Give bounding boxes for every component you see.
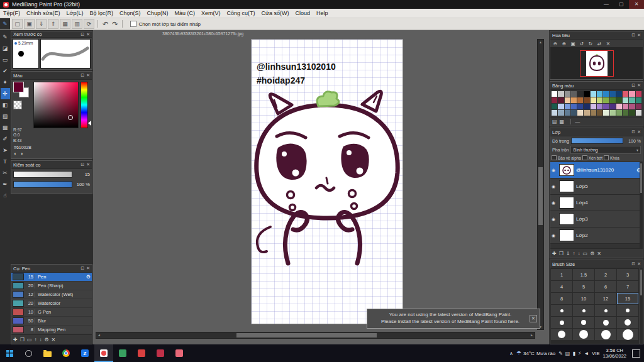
new-canvas-icon[interactable]: ▢ <box>12 19 23 29</box>
rotate-ccw-button[interactable]: ↺ <box>578 41 586 47</box>
palette-swatch[interactable] <box>616 104 622 109</box>
brush-size-cell[interactable] <box>573 317 594 328</box>
close-panel-icon[interactable]: ✕ <box>637 83 641 88</box>
horizontal-scroll-thumb[interactable] <box>236 333 377 337</box>
move-tool[interactable]: ✛ <box>1 88 10 99</box>
brush-size-cell[interactable]: 7 <box>617 281 638 292</box>
brush-item[interactable]: 12 Watercolor (Wet) <box>11 290 92 299</box>
menu-help[interactable]: Help <box>313 9 331 18</box>
operation-tool[interactable]: ➤ <box>1 145 10 156</box>
duplicate-layer-button[interactable]: ❐ <box>559 251 564 256</box>
foreground-color-swatch[interactable] <box>13 82 24 92</box>
menu-window[interactable]: Cửa sổ(W) <box>258 9 292 18</box>
gradient-tool[interactable]: ▨ <box>1 111 10 122</box>
start-button[interactable] <box>0 344 19 362</box>
palette-swatch[interactable] <box>558 91 564 97</box>
palette-swatch[interactable] <box>591 110 596 116</box>
vertical-scroll-thumb[interactable] <box>538 167 543 225</box>
palette-swatch[interactable] <box>552 97 557 103</box>
bucket-tool[interactable]: ◧ <box>1 99 10 111</box>
layer-row[interactable]: ◉ @linhsun131020 ⚙ <box>550 162 643 178</box>
palette-line-style[interactable]: — <box>570 119 580 124</box>
float-panel-icon[interactable]: ⊡ <box>631 129 635 134</box>
float-panel-icon[interactable]: ⊡ <box>80 32 84 37</box>
float-panel-icon[interactable]: ⊡ <box>631 261 635 266</box>
brush-size-cell[interactable] <box>551 317 572 328</box>
usb-device-icon[interactable]: ⚡ <box>578 351 582 356</box>
navigator-view-rectangle[interactable] <box>580 50 614 77</box>
pen-pressure-icon[interactable]: ✎ <box>558 351 563 356</box>
clipping-checkbox[interactable] <box>582 155 587 160</box>
duplicate-brush-button[interactable]: ❐ <box>20 337 25 343</box>
menu-edit[interactable]: Chỉnh sửa(E) <box>23 9 64 18</box>
close-panel-icon[interactable]: ✕ <box>86 266 90 271</box>
hue-slider-marker[interactable] <box>88 121 91 126</box>
zoom-in-button[interactable]: ⊕ <box>560 41 568 47</box>
palette-swatch[interactable] <box>636 104 641 109</box>
menu-tools[interactable]: Công cụ(T) <box>224 9 258 18</box>
palette-swatch[interactable] <box>636 91 641 97</box>
float-panel-icon[interactable]: ⊡ <box>80 73 84 78</box>
brush-size-scroll-thumb[interactable] <box>640 270 642 295</box>
palette-swatch[interactable] <box>629 97 635 103</box>
menu-capture[interactable]: Chụp(N) <box>144 9 172 18</box>
brush-size-cell[interactable] <box>573 329 594 340</box>
layer-opacity-slider[interactable] <box>571 138 623 144</box>
move-brush-down-button[interactable]: ↓ <box>39 337 42 343</box>
palette-swatch[interactable] <box>597 97 602 103</box>
app-button-4[interactable] <box>170 344 189 362</box>
palette-swatch[interactable] <box>552 110 557 116</box>
eraser-tool[interactable]: ◪ <box>1 43 10 54</box>
palette-swatch[interactable] <box>597 91 602 97</box>
layer-visibility-icon[interactable]: ◉ <box>552 168 559 173</box>
save-icon[interactable]: ⇓ <box>36 19 47 29</box>
palette-swatch[interactable] <box>584 91 589 97</box>
menu-layer[interactable]: Lớp(L) <box>64 9 87 18</box>
text-tool[interactable]: T <box>1 156 10 167</box>
menu-cloud[interactable]: Cloud <box>292 9 314 18</box>
palette-swatch[interactable] <box>610 97 616 103</box>
redo-button[interactable]: ↷ <box>110 20 119 28</box>
brush-size-slider[interactable] <box>13 171 72 178</box>
close-panel-icon[interactable]: ✕ <box>637 261 641 266</box>
palette-swatch[interactable] <box>623 110 628 116</box>
add-palette-color-button[interactable]: ▤ <box>552 119 557 124</box>
brush-size-cell[interactable]: 15 <box>617 293 638 304</box>
palette-swatch[interactable] <box>577 91 583 97</box>
medibang-button[interactable] <box>94 344 113 362</box>
brush-size-cell[interactable]: 10 <box>573 293 594 304</box>
palette-swatch[interactable] <box>616 97 622 103</box>
palette-swatch[interactable] <box>616 110 622 116</box>
menu-filter[interactable]: Bộ lọc(R) <box>86 9 116 18</box>
brush-size-cell[interactable]: 2 <box>595 269 616 280</box>
move-brush-up-button[interactable]: ↑ <box>34 337 36 343</box>
color-wheel-mode-icon[interactable]: ◐ <box>14 151 17 156</box>
palette-swatch[interactable] <box>571 104 577 109</box>
hand-tool[interactable]: ☝ <box>1 190 10 201</box>
weather-widget[interactable]: ☂ 34°C Mưa rào <box>516 350 555 356</box>
select-pen-tool[interactable]: ✔ <box>1 65 10 77</box>
brush-size-cell[interactable] <box>617 329 638 340</box>
action-center-icon[interactable] <box>632 349 640 358</box>
merge-layer-button[interactable]: ⇓ <box>566 251 570 256</box>
add-brush-button[interactable]: ✚ <box>13 337 18 343</box>
brush-size-cell[interactable] <box>551 329 572 340</box>
palette-swatch[interactable] <box>629 110 635 116</box>
delete-layer-button[interactable]: ✕ <box>597 251 601 256</box>
palette-swatch[interactable] <box>591 97 596 103</box>
minimize-button[interactable]: — <box>599 0 614 9</box>
brush-size-cell[interactable] <box>551 305 572 316</box>
vertical-scrollbar[interactable]: ▲ ▼ <box>537 39 544 330</box>
move-layer-down-button[interactable]: ↓ <box>578 251 580 256</box>
palette-swatch[interactable] <box>577 110 583 116</box>
hidden-icons-button[interactable]: ∧ <box>509 351 513 356</box>
transparent-color-swatch[interactable] <box>13 101 22 109</box>
close-panel-icon[interactable]: ✕ <box>86 73 90 78</box>
menu-select[interactable]: Chọn(S) <box>116 9 144 18</box>
volume-icon[interactable]: ◄ <box>584 351 589 356</box>
brush-size-cell[interactable]: 3 <box>617 269 638 280</box>
brush-size-cell[interactable]: 12 <box>595 293 616 304</box>
chrome-button[interactable] <box>57 344 75 362</box>
palette-swatch[interactable] <box>623 97 628 103</box>
delete-palette-color-button[interactable]: ▦ <box>560 119 565 124</box>
